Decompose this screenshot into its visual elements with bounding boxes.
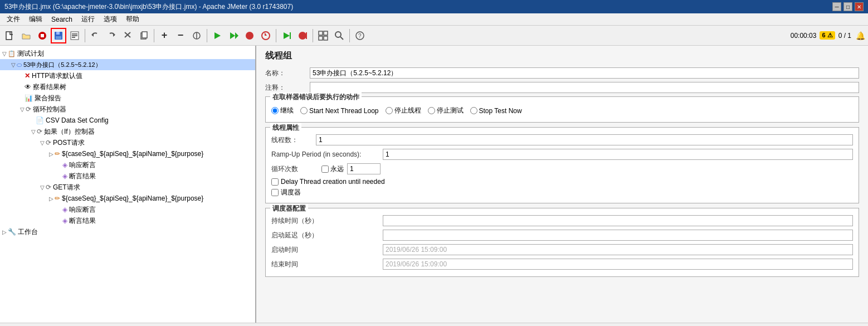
http-defaults-label: HTTP请求默认值 (32, 71, 82, 81)
expand-thread-group[interactable]: ▽ (11, 62, 16, 68)
tree-item-get-assert[interactable]: ◈ 断言结果 (0, 215, 255, 226)
error-action-title: 在取样器错误后要执行的动作 (270, 93, 362, 102)
tree-item-aggregate[interactable]: 📊 聚合报告 (0, 93, 255, 104)
menu-file[interactable]: 文件 (2, 13, 25, 25)
save-button[interactable] (51, 28, 66, 43)
start-time-input[interactable] (383, 244, 853, 255)
expand-button[interactable] (315, 28, 331, 43)
expand-post-req[interactable]: ▽ (40, 140, 45, 146)
duration-input[interactable] (383, 215, 853, 226)
maximize-button[interactable]: □ (843, 2, 852, 11)
radio-stop-thread[interactable]: 停止线程 (386, 106, 421, 115)
tree-item-thread-group[interactable]: ▽ ⬭ 53申办接口（5.2.5~5.2.12） (0, 59, 255, 70)
tree-item-post-assert[interactable]: ◈ 断言结果 (0, 171, 255, 182)
redo-button[interactable] (104, 28, 119, 43)
thread-group-label: 53申办接口（5.2.5~5.2.12） (23, 61, 101, 69)
duration-row: 持续时间（秒） (271, 215, 853, 226)
undo-button[interactable] (87, 28, 103, 43)
radio-stop-test[interactable]: 停止测试 (428, 106, 464, 115)
expand-test-plan[interactable]: ▽ (2, 51, 7, 57)
search-toolbar-button[interactable] (331, 28, 347, 43)
start-button[interactable] (209, 28, 225, 43)
ramp-up-input[interactable] (383, 149, 853, 160)
radio-stop-test-now[interactable]: Stop Test Now (470, 107, 522, 115)
expand-post-sampler[interactable]: ▷ (49, 151, 53, 157)
right-panel: 线程组 名称： 注释： 在取样器错误后要执行的动作 继续 (256, 46, 868, 323)
name-input[interactable] (310, 67, 859, 79)
svg-rect-28 (319, 31, 323, 35)
start-no-pause-button[interactable] (226, 28, 241, 43)
name-label: 名称： (265, 69, 310, 78)
remove-button[interactable]: − (173, 28, 188, 43)
duration-label: 持续时间（秒） (271, 216, 383, 226)
tree-item-post-req[interactable]: ▽ ⟳ POST请求 (0, 137, 255, 148)
svg-marker-23 (265, 32, 267, 36)
tree-item-post-response[interactable]: ◈ 响应断言 (0, 159, 255, 171)
expand-loop-ctrl[interactable]: ▽ (20, 106, 25, 113)
tree-item-if-ctrl[interactable]: ▽ ⟳ 如果（If）控制器 (0, 126, 255, 137)
thread-count-input[interactable] (316, 134, 853, 145)
scheduler-checkbox[interactable] (271, 189, 279, 196)
menu-edit[interactable]: 编辑 (25, 13, 47, 25)
revert-button[interactable] (67, 28, 82, 43)
minimize-button[interactable]: ─ (832, 2, 841, 11)
post-sampler-label: ${caseSeq}_${apiSeq}_${apiName}_${purpos… (62, 150, 203, 158)
new-button[interactable] (2, 28, 18, 43)
tree-item-post-sampler[interactable]: ▷ ✏ ${caseSeq}_${apiSeq}_${apiName}_${pu… (0, 148, 255, 159)
tree-item-csv-config[interactable]: 📄 CSV Data Set Config (0, 115, 255, 126)
tree-item-test-plan[interactable]: ▽ 📋 测试计划 (0, 48, 255, 59)
expand-get-req[interactable]: ▽ (40, 184, 45, 191)
ramp-up-row: Ramp-Up Period (in seconds): (271, 149, 853, 160)
thread-props-group: 线程属性 线程数： Ramp-Up Period (in seconds): 循… (265, 127, 859, 203)
startup-delay-row: 启动延迟（秒） (271, 230, 853, 241)
menu-options[interactable]: 选项 (99, 13, 121, 25)
name-row: 名称： (265, 67, 859, 79)
toggle-button[interactable] (189, 28, 204, 43)
get-sampler-icon: ✏ (55, 194, 60, 202)
loop-count-input[interactable] (347, 163, 381, 174)
add-button[interactable]: + (157, 28, 172, 43)
help-button[interactable]: ? (352, 28, 368, 43)
stop-button[interactable] (35, 28, 50, 43)
tree-item-get-response[interactable]: ◈ 响应断言 (0, 204, 255, 215)
end-time-input[interactable] (383, 259, 853, 270)
stop-test-button[interactable] (242, 28, 257, 43)
radio-continue[interactable]: 继续 (271, 106, 294, 115)
loop-count-row: 循环次数 永远 (271, 163, 853, 174)
open-button[interactable] (18, 28, 34, 43)
scheduler-label: 调度器 (281, 188, 301, 197)
remote-stop-button[interactable] (295, 28, 310, 43)
cut-button[interactable] (120, 28, 135, 43)
comment-row: 注释： (265, 82, 859, 93)
startup-delay-input[interactable] (383, 230, 853, 241)
remote-start-button[interactable] (279, 28, 294, 43)
svg-point-32 (335, 32, 341, 37)
tree-item-view-results[interactable]: 👁 察看结果树 (0, 81, 255, 93)
tree-item-loop-ctrl[interactable]: ▽ ⟳ 循环控制器 (0, 104, 255, 115)
scheduler-row[interactable]: 调度器 (271, 188, 853, 197)
shutdown-button[interactable] (258, 28, 274, 43)
forever-checkbox-label[interactable]: 永远 (321, 164, 344, 174)
post-sampler-icon: ✏ (55, 150, 60, 158)
delay-thread-row[interactable]: Delay Thread creation until needed (271, 178, 853, 186)
menu-run[interactable]: 运行 (77, 13, 99, 25)
expand-workbench[interactable]: ▷ (2, 229, 7, 235)
csv-config-label: CSV Data Set Config (46, 116, 109, 124)
menu-help[interactable]: 帮助 (121, 13, 144, 25)
delay-thread-checkbox[interactable] (271, 178, 279, 186)
menu-search[interactable]: Search (47, 14, 77, 25)
forever-checkbox[interactable] (321, 166, 329, 173)
http-defaults-icon: ✕ (25, 72, 30, 80)
counter-icon[interactable]: 🔔 (855, 30, 866, 41)
comment-input[interactable] (310, 82, 859, 93)
tree-item-get-sampler[interactable]: ▷ ✏ ${caseSeq}_${apiSeq}_${apiName}_${pu… (0, 193, 255, 204)
radio-start-next-loop[interactable]: Start Next Thread Loop (300, 107, 379, 115)
close-button[interactable]: ✕ (855, 2, 864, 11)
start-time-row: 启动时间 (271, 244, 853, 255)
tree-item-workbench[interactable]: ▷ 🔧 工作台 (0, 226, 255, 237)
tree-item-get-req[interactable]: ▽ ⟳ GET请求 (0, 182, 255, 193)
copy-button[interactable] (136, 28, 152, 43)
tree-item-http-defaults[interactable]: ✕ HTTP请求默认值 (0, 70, 255, 81)
expand-get-sampler[interactable]: ▷ (49, 196, 53, 202)
expand-if-ctrl[interactable]: ▽ (31, 129, 36, 135)
